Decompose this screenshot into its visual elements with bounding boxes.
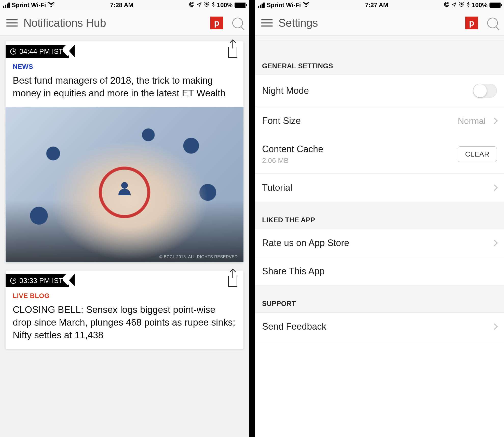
card-image: © BCCL 2018. ALL RIGHTS RESERVED. — [6, 107, 243, 262]
svg-point-0 — [189, 2, 194, 7]
clear-cache-button[interactable]: CLEAR — [458, 146, 497, 162]
battery-pct: 100% — [217, 2, 233, 9]
row-label: Content Cache — [262, 144, 323, 155]
card-time: 03:33 PM IST — [19, 277, 63, 285]
notification-feed[interactable]: 04:44 PM IST NEWS Best fund managers of … — [0, 36, 249, 363]
chevron-right-icon — [491, 118, 498, 124]
phone-settings: Sprint Wi-Fi 7:27 AM 100% Settings — [255, 0, 504, 437]
alarm-icon — [204, 2, 209, 9]
carrier-label: Sprint Wi-Fi — [12, 2, 46, 9]
row-send-feedback[interactable]: Send Feedback — [255, 313, 504, 341]
row-label: Font Size — [262, 115, 301, 126]
app-logo[interactable]: p — [210, 17, 223, 29]
row-rate-app[interactable]: Rate us on App Store — [255, 229, 504, 257]
battery-icon — [235, 3, 246, 8]
wifi-icon — [48, 2, 55, 8]
svg-point-2 — [444, 2, 449, 7]
card-time: 04:44 PM IST — [19, 47, 63, 56]
card-headline: CLOSING BELL: Sensex logs biggest point-… — [13, 303, 236, 342]
signal-icon — [258, 3, 265, 8]
chevron-right-icon — [491, 240, 498, 246]
clock-label: 7:28 AM — [110, 2, 133, 9]
clock-icon — [10, 278, 16, 284]
bluetooth-icon — [211, 2, 215, 9]
row-label: Send Feedback — [262, 321, 326, 332]
share-icon[interactable] — [228, 47, 237, 58]
orientation-lock-icon — [444, 2, 449, 9]
page-title: Settings — [278, 17, 465, 29]
row-tutorial[interactable]: Tutorial — [255, 174, 504, 202]
time-ribbon: 03:33 PM IST — [6, 274, 69, 287]
menu-icon[interactable] — [6, 17, 18, 29]
night-mode-toggle[interactable] — [473, 84, 497, 98]
card-category: NEWS — [13, 63, 236, 71]
carrier-label: Sprint Wi-Fi — [267, 2, 301, 9]
signal-icon — [3, 3, 10, 8]
app-logo[interactable]: p — [465, 17, 478, 29]
row-share-app[interactable]: Share This App — [255, 257, 504, 286]
page-title: Notifications Hub — [23, 17, 210, 29]
share-icon[interactable] — [228, 276, 237, 287]
status-bar: Sprint Wi-Fi 7:28 AM 100% — [0, 0, 249, 10]
orientation-lock-icon — [189, 2, 195, 9]
screens-divider — [249, 0, 255, 437]
phone-notifications: Sprint Wi-Fi 7:28 AM 100% Notificatio — [0, 0, 249, 437]
clock-label: 7:27 AM — [365, 2, 388, 9]
section-header-general: GENERAL SETTINGS — [255, 39, 504, 75]
bluetooth-icon — [466, 2, 470, 9]
status-bar: Sprint Wi-Fi 7:27 AM 100% — [255, 0, 504, 10]
wifi-icon — [303, 2, 309, 8]
menu-icon[interactable] — [261, 17, 273, 29]
cache-size: 2.06 MB — [262, 157, 323, 165]
nav-bar: Notifications Hub p — [0, 10, 249, 36]
card-headline: Best fund managers of 2018, the trick to… — [13, 74, 236, 100]
card-category: LIVE BLOG — [13, 292, 236, 300]
search-icon[interactable] — [487, 18, 498, 28]
row-label: Rate us on App Store — [262, 238, 349, 248]
notification-card[interactable]: 03:33 PM IST LIVE BLOG CLOSING BELL: Sen… — [6, 271, 243, 349]
row-label: Tutorial — [262, 182, 292, 193]
row-night-mode[interactable]: Night Mode — [255, 75, 504, 107]
search-icon[interactable] — [232, 18, 243, 28]
chevron-right-icon — [491, 184, 498, 191]
row-font-size[interactable]: Font Size Normal — [255, 107, 504, 135]
section-header-liked: LIKED THE APP — [255, 202, 504, 229]
nav-bar: Settings p — [255, 10, 504, 36]
chevron-right-icon — [491, 323, 498, 330]
notification-card[interactable]: 04:44 PM IST NEWS Best fund managers of … — [6, 41, 243, 262]
battery-icon — [489, 3, 501, 8]
time-ribbon: 04:44 PM IST — [6, 45, 69, 58]
image-caption: © BCCL 2018. ALL RIGHTS RESERVED. — [159, 255, 239, 259]
row-content-cache: Content Cache 2.06 MB CLEAR — [255, 135, 504, 174]
alarm-icon — [459, 2, 464, 9]
location-icon — [452, 2, 457, 9]
row-label: Share This App — [262, 266, 325, 277]
battery-pct: 100% — [472, 2, 487, 9]
settings-content[interactable]: GENERAL SETTINGS Night Mode Font Size No… — [255, 36, 504, 341]
clock-icon — [10, 48, 16, 55]
location-icon — [197, 2, 202, 9]
section-header-support: SUPPORT — [255, 286, 504, 313]
font-size-value: Normal — [458, 116, 486, 126]
row-label: Night Mode — [262, 85, 309, 96]
